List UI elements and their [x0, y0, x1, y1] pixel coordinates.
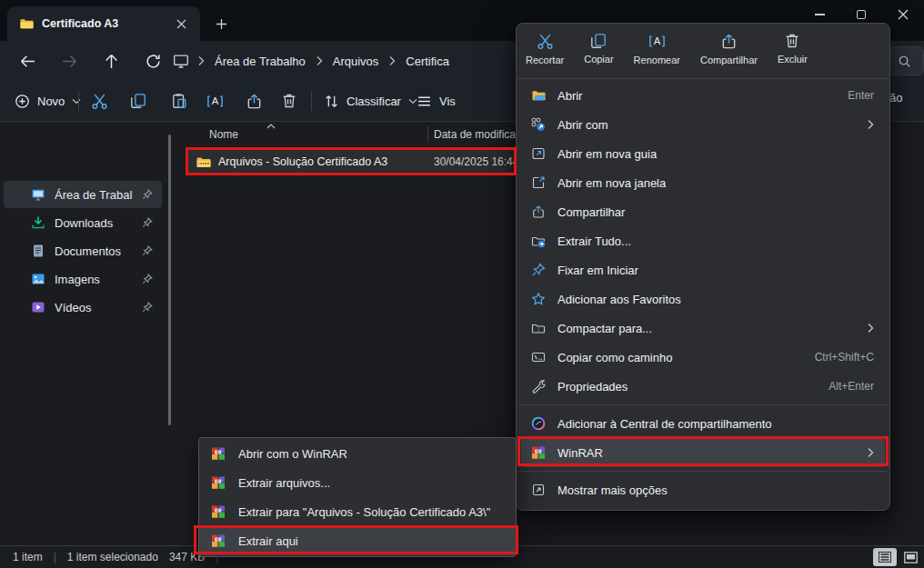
pin-icon	[142, 217, 153, 228]
svg-text:A: A	[654, 35, 661, 46]
submenu-item-extrair-arquivos[interactable]: W Extrair arquivos...	[199, 468, 516, 497]
tab-close-icon[interactable]	[171, 14, 191, 34]
chevron-right-icon	[197, 55, 205, 66]
open-icon	[531, 88, 546, 103]
pin-icon	[142, 189, 153, 200]
sidebar-item-desktop[interactable]: Área de Trabalho	[4, 181, 162, 208]
quick-share-button[interactable]: Compartilhar	[695, 31, 763, 76]
thumbnail-view-icon	[904, 552, 918, 563]
favorites-star-icon	[531, 292, 546, 306]
plus-circle-icon	[15, 94, 30, 109]
quick-action-label: Compartilhar	[700, 55, 758, 65]
breadcrumb-desktop[interactable]: Área de Trabalho	[213, 52, 307, 71]
quick-action-label: Excluir	[778, 54, 808, 65]
sidebar-item-downloads[interactable]: Downloads	[4, 209, 162, 236]
breadcrumb: Área de Trabalho Arquivos Certifica	[173, 41, 451, 81]
shortcut-label: Alt+Enter	[829, 380, 874, 393]
winrar-extract-icon: W	[211, 504, 226, 519]
column-divider[interactable]	[427, 126, 428, 143]
folder-icon	[19, 16, 34, 31]
search-box[interactable]	[888, 46, 924, 75]
quick-action-label: Copiar	[584, 54, 613, 65]
menu-item-mostrar-mais[interactable]: Mostrar mais opções	[521, 475, 885, 504]
open-new-window-icon	[531, 175, 546, 190]
cut-button[interactable]	[84, 87, 115, 115]
toolbar-divider	[78, 91, 79, 111]
submenu-item-extrair-para[interactable]: W Extrair para "Arquivos - Solução Certi…	[199, 497, 516, 526]
properties-icon	[531, 379, 546, 394]
winrar-extract-icon: W	[211, 533, 226, 548]
file-modified-date: 30/04/2025 16:44	[434, 155, 518, 168]
thumbnail-view-button[interactable]	[899, 548, 922, 566]
item-count: 1 item	[13, 551, 43, 563]
copy-button[interactable]	[123, 87, 154, 115]
details-view-button[interactable]	[873, 548, 897, 566]
delete-button[interactable]	[274, 87, 305, 115]
quick-actions: Recortar Copiar A Renomear Compartilhar …	[517, 24, 889, 76]
view-button[interactable]: Visualizar	[411, 87, 461, 115]
svg-text:A: A	[211, 95, 218, 106]
column-modified[interactable]: Data de modifica	[434, 128, 516, 141]
submenu-item-abrir-winrar[interactable]: W Abrir com o WinRAR	[199, 439, 516, 468]
menu-item-abrir[interactable]: Abrir Enter	[521, 81, 885, 110]
quick-action-label: Recortar	[526, 55, 564, 65]
breadcrumb-current[interactable]: Certifica	[404, 52, 451, 71]
menu-item-compactar[interactable]: Compactar para...	[521, 314, 885, 343]
menu-item-abrir-nova-guia[interactable]: Abrir em nova guia	[521, 139, 885, 168]
quick-cut-button[interactable]: Recortar	[520, 31, 569, 76]
menu-item-extrair-tudo[interactable]: Extrair Tudo...	[521, 226, 885, 255]
sidebar-item-documents[interactable]: Documentos	[4, 237, 162, 264]
refresh-icon[interactable]	[138, 46, 167, 75]
rename-button[interactable]: A	[199, 87, 230, 115]
quick-copy-button[interactable]: Copiar	[578, 31, 618, 76]
menu-item-fixar-iniciar[interactable]: Fixar em Iniciar	[521, 255, 885, 284]
new-button[interactable]: Novo	[9, 87, 86, 115]
menu-item-abrir-nova-janela[interactable]: Abrir em nova janela	[521, 168, 885, 197]
pin-to-start-icon	[531, 263, 546, 277]
menu-item-propriedades[interactable]: Propriedades Alt+Enter	[521, 372, 885, 401]
sidebar-item-label: Downloads	[55, 216, 133, 230]
sidebar-item-pictures[interactable]: Imagens	[4, 265, 162, 293]
quick-rename-button[interactable]: A Renomear	[628, 31, 686, 76]
submenu-item-extrair-aqui[interactable]: W Extrair aqui	[199, 526, 516, 555]
share-button[interactable]	[238, 87, 269, 115]
tab-title: Certificado A3	[42, 17, 163, 30]
sort-ascending-icon	[266, 124, 276, 129]
new-tab-button[interactable]	[209, 12, 233, 35]
chevron-right-icon	[316, 55, 323, 66]
menu-item-central-compartilhamento[interactable]: Adicionar à Central de compartilhamento	[521, 409, 885, 438]
menu-separator	[518, 404, 888, 405]
desktop-icon	[31, 187, 45, 202]
sort-button-label: Classificar	[346, 95, 401, 108]
quick-delete-button[interactable]: Excluir	[772, 31, 813, 76]
pictures-icon	[31, 272, 45, 286]
pin-icon	[142, 302, 153, 313]
back-icon[interactable]	[13, 46, 42, 75]
menu-item-abrir-com[interactable]: Abrir com	[521, 110, 885, 139]
forward-icon[interactable]	[55, 46, 84, 75]
sidebar-item-label: Vídeos	[55, 301, 133, 314]
tab-certificado-a3[interactable]: Certificado A3	[7, 6, 200, 41]
rename-icon: A	[648, 33, 666, 50]
menu-item-compartilhar[interactable]: Compartilhar	[521, 197, 885, 226]
up-icon[interactable]	[96, 46, 126, 75]
delete-icon	[784, 33, 800, 49]
archive-folder-icon	[196, 154, 211, 170]
sidebar-item-videos[interactable]: Vídeos	[4, 294, 162, 321]
paste-button[interactable]	[164, 87, 195, 115]
open-with-icon	[531, 117, 546, 132]
shortcut-label: Ctrl+Shift+C	[815, 351, 874, 364]
rename-icon: A	[206, 93, 224, 110]
menu-item-favoritos[interactable]: Adicionar aos Favoritos	[521, 284, 885, 314]
navigation-pane: Área de Trabalho Downloads Documentos Im…	[0, 122, 169, 545]
sort-button[interactable]: Classificar	[318, 87, 423, 115]
breadcrumb-arquivos[interactable]: Arquivos	[331, 52, 381, 71]
extract-all-icon	[531, 234, 546, 248]
menu-item-copiar-caminho[interactable]: Copiar como caminho Ctrl+Shift+C	[521, 343, 885, 372]
quick-action-label: Renomear	[634, 55, 680, 65]
details-view-icon	[879, 552, 891, 563]
share-icon	[246, 93, 263, 110]
file-row-selected[interactable]: Arquivos - Solução Certificado A3 30/04/…	[188, 148, 516, 175]
menu-item-winrar[interactable]: W WinRAR	[521, 438, 885, 467]
column-name[interactable]: Nome	[209, 128, 238, 141]
